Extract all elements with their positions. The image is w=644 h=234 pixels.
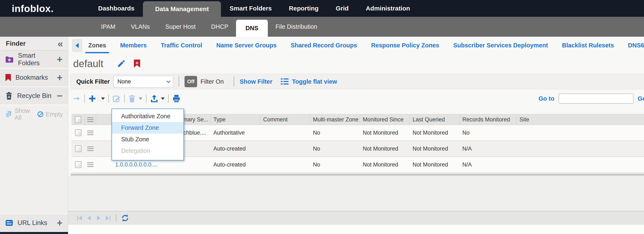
header-multi-master[interactable]: Multi-master Zone xyxy=(310,114,360,125)
tab-super-host[interactable]: Super Host xyxy=(158,17,203,37)
tab-subscriber-services-deployment[interactable]: Subscriber Services Deployment xyxy=(453,42,548,49)
topnav-smart-folders[interactable]: Smart Folders xyxy=(221,0,280,17)
edit-title-icon[interactable] xyxy=(117,59,126,68)
sidebar-bottom-strip xyxy=(0,232,68,234)
row-checkbox[interactable] xyxy=(75,161,82,168)
cell-comment xyxy=(260,157,310,172)
url-links-icon xyxy=(6,219,13,226)
filter-on-toggle[interactable]: Off xyxy=(184,76,197,87)
menu-item-forward-zone[interactable]: Forward Zone xyxy=(112,122,184,134)
row-handle-icon[interactable] xyxy=(87,147,94,151)
goto-label: Go to xyxy=(538,95,554,102)
empty-label: Empty xyxy=(46,111,63,118)
horizontal-scrollbar[interactable] xyxy=(71,174,644,176)
show-all-label: Show All xyxy=(15,107,30,121)
bookmark-icon xyxy=(6,74,11,81)
open-record-button[interactable] xyxy=(72,95,81,102)
refresh-button[interactable] xyxy=(121,214,129,222)
header-comment[interactable]: Comment xyxy=(260,114,310,125)
tab-name-server-groups[interactable]: Name Server Groups xyxy=(216,42,277,49)
tab-members[interactable]: Members xyxy=(120,42,147,49)
recycle-bin-icon xyxy=(6,92,12,100)
tab-dhcp[interactable]: DHCP xyxy=(203,17,236,37)
filter-on-label: Filter On xyxy=(200,78,224,85)
import-export-button[interactable] xyxy=(150,94,158,103)
scroll-tabs-left-button[interactable] xyxy=(72,39,82,52)
grid-toolbar: Go to Go xyxy=(68,89,644,108)
header-site[interactable]: Site xyxy=(516,114,644,125)
edit-button[interactable] xyxy=(112,94,121,103)
add-button[interactable] xyxy=(88,94,96,102)
sidebar-item-bookmarks[interactable]: Bookmarks + xyxy=(0,69,68,87)
cell-multi-master: No xyxy=(310,141,360,156)
header-records-monitored[interactable]: Records Monitored xyxy=(460,114,516,125)
row-handle-icon[interactable] xyxy=(87,131,94,135)
row-checkbox[interactable] xyxy=(75,129,82,136)
row-handle-icon[interactable] xyxy=(87,163,94,167)
toggle-flat-view-link[interactable]: Toggle flat view xyxy=(292,78,337,85)
tab-traffic-control[interactable]: Traffic Control xyxy=(161,42,202,49)
goto-group: Go to Go xyxy=(538,93,644,103)
goto-input[interactable] xyxy=(559,93,634,103)
show-all-icon xyxy=(5,111,12,118)
tab-response-policy-zones[interactable]: Response Policy Zones xyxy=(371,42,440,49)
collapse-recycle-bin-icon[interactable]: − xyxy=(57,90,62,101)
sidebar-item-recycle-bin[interactable]: Recycle Bin − xyxy=(0,87,68,105)
tab-blacklist-rulesets[interactable]: Blacklist Rulesets xyxy=(562,42,614,49)
tab-zones[interactable]: Zones xyxy=(88,42,106,49)
add-dropdown-caret-icon[interactable] xyxy=(101,97,105,100)
select-all-checkbox[interactable] xyxy=(75,116,81,123)
column-menu-icon[interactable] xyxy=(87,118,94,122)
show-filter-link[interactable]: Show Filter xyxy=(240,78,272,85)
next-page-button[interactable] xyxy=(96,215,102,221)
menu-item-stub-zone[interactable]: Stub Zone xyxy=(112,134,184,145)
expand-bookmarks-icon[interactable]: + xyxy=(57,72,62,83)
header-last-queried[interactable]: Last Queried xyxy=(410,114,460,125)
zone-name-link[interactable]: 1.0.0.0.0.0.0.0.... xyxy=(115,161,158,168)
topnav-dashboards[interactable]: Dashboards xyxy=(90,0,143,17)
delete-button[interactable] xyxy=(128,94,136,103)
menu-item-delegation: Delegation xyxy=(112,145,184,157)
tab-file-distribution[interactable]: File Distribution xyxy=(268,17,325,37)
cell-last-queried: Not Monitored xyxy=(410,141,460,156)
go-button[interactable]: Go xyxy=(638,95,644,102)
add-url-link-icon[interactable]: + xyxy=(57,217,62,228)
add-bookmark-icon[interactable] xyxy=(134,60,140,67)
show-all-action[interactable]: Show All xyxy=(5,107,30,121)
topnav-administration[interactable]: Administration xyxy=(357,0,419,17)
sidebar-item-url-links[interactable]: URL Links + xyxy=(0,214,68,232)
import-export-caret-icon[interactable] xyxy=(161,97,165,100)
expand-smart-folders-icon[interactable]: + xyxy=(57,54,62,65)
empty-action[interactable]: Empty xyxy=(38,111,63,118)
top-navigation-bar: infoblox. Dashboards Data Management Sma… xyxy=(0,0,644,17)
top-nav: Dashboards Data Management Smart Folders… xyxy=(90,0,419,17)
divider xyxy=(98,95,98,102)
header-monitored-since[interactable]: Monitored Since xyxy=(360,114,410,125)
topnav-data-management[interactable]: Data Management xyxy=(143,1,221,17)
tab-vlans[interactable]: VLANs xyxy=(123,17,158,37)
delete-dropdown-caret-icon[interactable] xyxy=(139,97,142,100)
quick-filter-select[interactable]: None xyxy=(114,76,173,87)
topnav-reporting[interactable]: Reporting xyxy=(280,0,327,17)
topnav-grid[interactable]: Grid xyxy=(327,0,357,17)
menu-item-authoritative-zone[interactable]: Authoritative Zone xyxy=(112,110,184,122)
tab-dns[interactable]: DNS xyxy=(236,20,268,37)
cell-type: Auto-created xyxy=(210,141,260,156)
print-button[interactable] xyxy=(172,94,180,103)
collapse-panel-icon[interactable]: « xyxy=(58,39,63,48)
cell-monitored-since: Not Monitored xyxy=(360,157,410,172)
table-empty-area xyxy=(68,176,644,211)
chevron-down-icon xyxy=(166,79,170,83)
header-type[interactable]: Type xyxy=(210,114,260,125)
sidebar-item-smart-folders[interactable]: Smart Folders + xyxy=(0,51,68,69)
divider xyxy=(116,214,116,222)
tab-dns64-groups[interactable]: DNS64 Groups xyxy=(628,42,644,49)
first-page-button[interactable] xyxy=(76,215,83,221)
last-page-button[interactable] xyxy=(105,215,111,221)
tab-shared-record-groups[interactable]: Shared Record Groups xyxy=(290,42,357,49)
previous-page-button[interactable] xyxy=(86,215,92,221)
finder-panel: Finder « Smart Folders + xyxy=(0,37,68,234)
row-checkbox[interactable] xyxy=(75,145,82,152)
tab-ipam[interactable]: IPAM xyxy=(93,17,123,37)
flat-view-icon[interactable] xyxy=(281,78,289,85)
